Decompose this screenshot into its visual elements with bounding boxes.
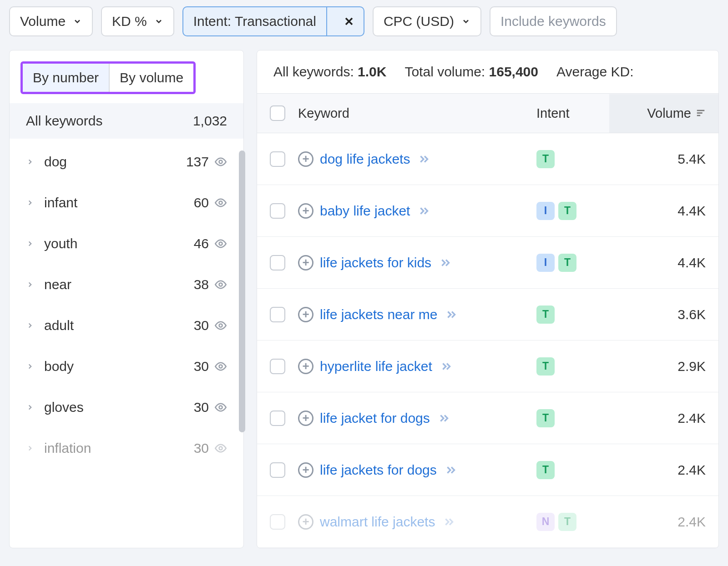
row-checkbox[interactable]: [257, 255, 298, 270]
sidebar-item-count: 30: [194, 400, 209, 415]
double-chevron-icon[interactable]: [445, 464, 457, 476]
select-all-checkbox[interactable]: [257, 94, 298, 133]
summary-total: Total volume: 165,400: [404, 64, 538, 80]
filter-cpc-label: CPC (USD): [384, 14, 454, 29]
col-volume[interactable]: Volume: [609, 94, 718, 133]
double-chevron-icon[interactable]: [440, 361, 452, 372]
keyword-link[interactable]: life jackets for dogs: [320, 462, 437, 478]
volume-cell: 3.6K: [609, 295, 718, 334]
add-keyword-icon[interactable]: +: [298, 359, 313, 374]
sidebar-item[interactable]: gloves 30: [10, 387, 243, 428]
keyword-link[interactable]: baby life jacket: [320, 203, 410, 219]
sidebar-item-count: 30: [194, 359, 209, 374]
table-row: + life jackets for kids IT 4.4K: [257, 237, 718, 289]
sidebar-item[interactable]: infant 60: [10, 182, 243, 223]
keyword-link[interactable]: life jackets near me: [320, 307, 437, 322]
keyword-link[interactable]: dog life jackets: [320, 151, 410, 167]
intent-badge-t: T: [536, 306, 555, 324]
double-chevron-icon[interactable]: [440, 257, 451, 269]
add-keyword-icon[interactable]: +: [298, 307, 313, 322]
filter-include-keywords[interactable]: Include keywords: [490, 6, 617, 36]
sidebar-item[interactable]: youth 46: [10, 223, 243, 264]
row-checkbox[interactable]: [257, 203, 298, 219]
table-row: + dog life jackets T 5.4K: [257, 133, 718, 185]
tab-by-volume[interactable]: By volume: [110, 64, 193, 92]
add-keyword-icon[interactable]: +: [298, 462, 313, 478]
filter-volume-label: Volume: [20, 14, 66, 29]
double-chevron-icon[interactable]: [438, 412, 450, 424]
keyword-link[interactable]: life jackets for kids: [320, 255, 431, 270]
svg-rect-12: [697, 115, 700, 116]
sidebar-item[interactable]: near 38: [10, 264, 243, 305]
double-chevron-icon[interactable]: [445, 309, 457, 321]
row-checkbox[interactable]: [257, 151, 298, 167]
sidebar-item-count: 46: [194, 236, 209, 251]
tab-by-number[interactable]: By number: [23, 64, 110, 92]
add-keyword-icon[interactable]: +: [298, 151, 313, 167]
eye-icon[interactable]: [214, 155, 227, 168]
sidebar-all-keywords[interactable]: All keywords 1,032: [10, 103, 243, 139]
eye-icon[interactable]: [214, 442, 227, 455]
row-checkbox[interactable]: [257, 514, 298, 530]
close-icon: [344, 16, 354, 27]
svg-rect-11: [697, 112, 703, 114]
row-checkbox[interactable]: [257, 359, 298, 374]
table-row: + walmart life jackets NT 2.4K: [257, 496, 718, 548]
keyword-link[interactable]: hyperlite life jacket: [320, 359, 432, 374]
sidebar-item-count: 38: [194, 277, 209, 292]
svg-rect-10: [697, 110, 705, 111]
sidebar-item-label: youth: [44, 236, 194, 251]
add-keyword-icon[interactable]: +: [298, 203, 313, 219]
intent-badge-n: N: [536, 513, 555, 531]
eye-icon[interactable]: [214, 401, 227, 414]
volume-cell: 2.4K: [609, 399, 718, 438]
filter-intent[interactable]: Intent: Transactional: [182, 6, 364, 36]
double-chevron-icon[interactable]: [418, 153, 430, 165]
double-chevron-icon[interactable]: [443, 516, 455, 528]
scrollbar-thumb[interactable]: [239, 150, 245, 432]
keyword-link[interactable]: walmart life jackets: [320, 514, 435, 530]
sidebar-item-label: near: [44, 277, 194, 292]
svg-point-4: [219, 242, 222, 245]
sidebar-item-count: 30: [194, 441, 209, 456]
row-checkbox[interactable]: [257, 307, 298, 322]
intent-badge-t: T: [558, 513, 576, 531]
eye-icon[interactable]: [214, 360, 227, 373]
intent-badge-t: T: [536, 150, 555, 168]
filter-volume[interactable]: Volume: [9, 6, 93, 36]
sidebar-item-count: 137: [186, 154, 209, 170]
sidebar-item[interactable]: body 30: [10, 346, 243, 387]
volume-cell: 4.4K: [609, 191, 718, 230]
filter-intent-clear[interactable]: [334, 10, 364, 33]
sidebar-item-label: dog: [44, 154, 186, 170]
intent-badge-i: I: [536, 202, 555, 220]
sidebar-item[interactable]: inflation 30: [10, 428, 243, 469]
sidebar-all-count: 1,032: [193, 113, 227, 129]
sidebar-item-count: 60: [194, 195, 209, 210]
eye-icon[interactable]: [214, 319, 227, 332]
sidebar-item[interactable]: dog 137: [10, 141, 243, 182]
sidebar-item[interactable]: adult 30: [10, 305, 243, 346]
chevron-down-icon: [154, 17, 163, 26]
table-row: + hyperlite life jacket T 2.9K: [257, 341, 718, 392]
filter-cpc[interactable]: CPC (USD): [373, 6, 481, 36]
row-checkbox[interactable]: [257, 411, 298, 426]
col-intent[interactable]: Intent: [536, 94, 609, 133]
row-checkbox[interactable]: [257, 462, 298, 478]
intent-badge-t: T: [558, 202, 576, 220]
eye-icon[interactable]: [214, 196, 227, 209]
intent-badge-t: T: [536, 409, 555, 427]
eye-icon[interactable]: [214, 278, 227, 291]
col-keyword[interactable]: Keyword: [298, 94, 536, 133]
filter-kd[interactable]: KD %: [101, 6, 174, 36]
keyword-link[interactable]: life jacket for dogs: [320, 411, 430, 426]
sidebar-tab-toggle: By number By volume: [20, 61, 196, 94]
double-chevron-icon[interactable]: [418, 205, 430, 217]
add-keyword-icon[interactable]: +: [298, 514, 313, 530]
add-keyword-icon[interactable]: +: [298, 255, 313, 270]
chevron-right-icon: [26, 362, 34, 371]
eye-icon[interactable]: [214, 237, 227, 250]
svg-point-3: [219, 201, 222, 205]
svg-point-8: [219, 406, 222, 409]
add-keyword-icon[interactable]: +: [298, 411, 313, 426]
